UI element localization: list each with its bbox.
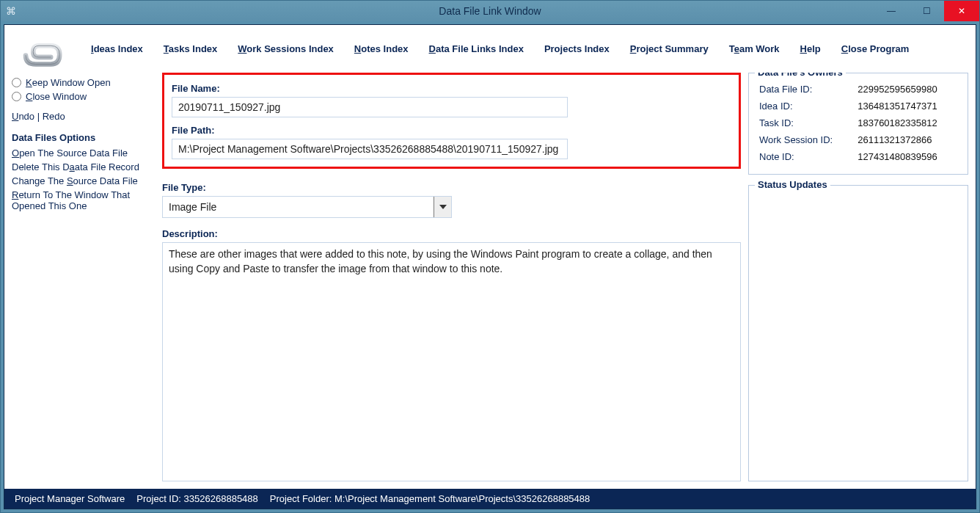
redo-link[interactable]: Redo xyxy=(43,111,65,122)
sidebar-section-header: Data Files Options xyxy=(12,132,155,143)
menu-help[interactable]: Help xyxy=(800,43,821,54)
owners-rows: Data File ID:229952595659980Idea ID:1364… xyxy=(758,81,959,165)
menu-tasks-index[interactable]: Tasks Index xyxy=(164,43,217,54)
file-type-combo[interactable] xyxy=(162,196,452,218)
undo-link[interactable]: Undo xyxy=(12,111,34,122)
footer-folder: Project Folder: M:\Project Management So… xyxy=(270,493,590,504)
menu-project-summary[interactable]: Project Summary xyxy=(630,43,709,54)
open-source-file-link[interactable]: Open The Source Data File xyxy=(12,148,155,159)
window-title: Data File Link Window xyxy=(439,5,541,17)
description-label: Description: xyxy=(162,228,741,239)
close-button[interactable]: ✕ xyxy=(944,1,979,21)
return-window-link[interactable]: Return To The Window That Opened This On… xyxy=(12,189,155,211)
change-source-file-link[interactable]: Change The Source Data File xyxy=(12,175,155,186)
owners-groupbox: Data File's Owners Data File ID:22995259… xyxy=(748,73,968,175)
status-updates-groupbox: Status Updates xyxy=(748,185,968,481)
owners-row-label: Note ID: xyxy=(758,148,852,165)
file-type-label: File Type: xyxy=(162,182,741,193)
owners-row-value: 26111321372866 xyxy=(852,131,959,148)
window-frame: ⌘ Data File Link Window ― ☐ ✕ xyxy=(0,0,980,513)
radio-close-window[interactable]: Close Window xyxy=(12,91,155,102)
sidebar: Keep Window Open Close Window Undo | Red… xyxy=(12,73,155,481)
owners-row: Idea ID:136481351747371 xyxy=(758,98,959,114)
owners-row: Work Session ID:26111321372866 xyxy=(758,131,959,148)
status-updates-legend: Status Updates xyxy=(755,179,830,190)
menu-work-sessions[interactable]: Work Sessions Index xyxy=(238,43,334,54)
owners-row-value: 229952595659980 xyxy=(852,81,959,98)
owners-row-value: 183760182335812 xyxy=(852,114,959,131)
footer-project-id: Project ID: 33526268885488 xyxy=(136,493,258,504)
highlight-box: File Name: File Path: xyxy=(162,73,741,169)
app-glyph-icon: ⌘ xyxy=(1,5,17,17)
owners-row: Note ID:127431480839596 xyxy=(758,148,959,165)
menu-team-work[interactable]: Team Work xyxy=(729,43,780,54)
owners-row-label: Data File ID: xyxy=(758,81,852,98)
menu-datafile-links[interactable]: Data File Links Index xyxy=(429,43,524,54)
maximize-button[interactable]: ☐ xyxy=(909,1,944,21)
app-logo-icon xyxy=(12,29,70,69)
file-name-input[interactable] xyxy=(172,97,568,117)
client-area: Ideas Index Tasks Index Work Sessions In… xyxy=(4,24,976,509)
center-form: File Name: File Path: File Type: Descrip… xyxy=(162,73,741,481)
menu-ideas-index[interactable]: Ideas Index xyxy=(91,43,143,54)
menu-projects-index[interactable]: Projects Index xyxy=(544,43,610,54)
right-column: Data File's Owners Data File ID:22995259… xyxy=(748,73,968,481)
file-type-combo-wrap xyxy=(162,196,452,218)
owners-legend: Data File's Owners xyxy=(755,73,846,78)
menu-notes-index[interactable]: Notes Index xyxy=(354,43,409,54)
owners-row-label: Work Session ID: xyxy=(758,131,852,148)
menu-close-program[interactable]: Close Program xyxy=(841,43,909,54)
window-buttons: ― ☐ ✕ xyxy=(874,1,979,21)
owners-row: Data File ID:229952595659980 xyxy=(758,81,959,98)
minimize-button[interactable]: ― xyxy=(874,1,909,21)
owners-row-label: Idea ID: xyxy=(758,98,852,114)
owners-row: Task ID:183760182335812 xyxy=(758,114,959,131)
owners-row-value: 136481351747371 xyxy=(852,98,959,114)
delete-record-link[interactable]: Delete This Daata File Record xyxy=(12,161,155,172)
file-path-input[interactable] xyxy=(172,139,568,159)
menu-band: Ideas Index Tasks Index Work Sessions In… xyxy=(4,25,976,73)
status-updates-body xyxy=(758,193,959,472)
owners-table: Data File ID:229952595659980Idea ID:1364… xyxy=(758,81,959,165)
file-path-label: File Path: xyxy=(172,125,731,136)
radio-close-window-input[interactable] xyxy=(12,92,21,101)
description-textarea[interactable] xyxy=(162,242,741,481)
owners-row-label: Task ID: xyxy=(758,114,852,131)
file-name-label: File Name: xyxy=(172,83,731,94)
footer: Project Manager Software Project ID: 335… xyxy=(4,489,976,509)
undo-redo: Undo | Redo xyxy=(12,111,155,122)
body-row: Keep Window Open Close Window Undo | Red… xyxy=(4,73,976,489)
footer-app-name: Project Manager Software xyxy=(15,493,125,504)
radio-keep-window-open-input[interactable] xyxy=(12,78,21,87)
titlebar: ⌘ Data File Link Window ― ☐ ✕ xyxy=(1,1,979,21)
owners-row-value: 127431480839596 xyxy=(852,148,959,165)
radio-keep-window-open[interactable]: Keep Window Open xyxy=(12,77,155,88)
